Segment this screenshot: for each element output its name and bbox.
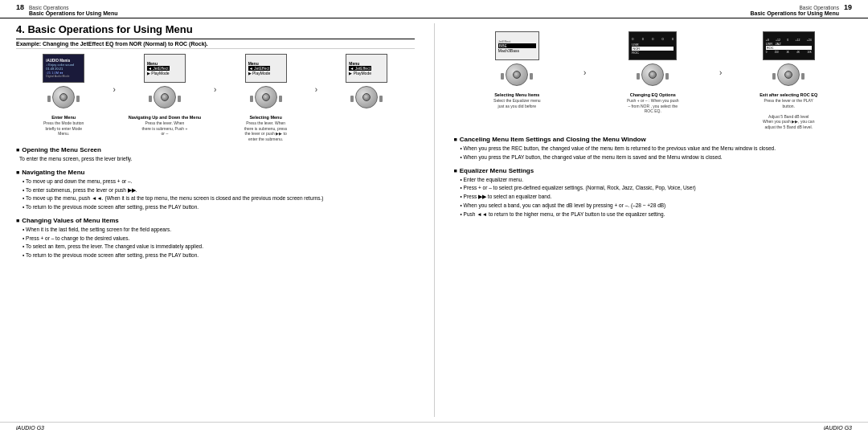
footer-right: iAUDIO G3 xyxy=(824,425,852,431)
device-2 xyxy=(149,86,181,112)
right-column: JetEffect BBE Mach3Bass Selecting Menu I… xyxy=(454,23,853,417)
side-btn-right-6 xyxy=(665,73,669,80)
side-btn-left-4 xyxy=(350,96,354,102)
section-title-navigating: Navigating the Menu xyxy=(16,169,415,176)
subcaption-1: Press the Mode button briefly to enter M… xyxy=(42,121,86,137)
diagram-item-5: JetEffect BBE Mach3Bass Selecting Menu I… xyxy=(454,31,581,108)
page-num-left: 18 xyxy=(16,3,24,11)
example-label: Example: Changing the JetEffect EQ from … xyxy=(16,39,415,49)
caption-7: Exit after selecting ROC EQ xyxy=(760,92,817,97)
device-circle-4 xyxy=(355,86,378,108)
caption-2: Navigating Up and Down the Menu xyxy=(129,115,201,120)
side-btn-left-5 xyxy=(501,73,504,80)
section-title-changing: Changing Values of Menu Items xyxy=(16,217,415,224)
section-equalizer: Equalizer Menu Settings Enter the equali… xyxy=(454,167,853,219)
eq-item-5: Push ◄◄ to return to the higher menu, or… xyxy=(461,210,853,219)
section-body-canceling: When you press the REC button, the chang… xyxy=(454,145,853,161)
diagram-row-left: iAUDIO Mania ♪ Enjoy color sound 01:49 2… xyxy=(16,54,415,141)
side-btn-right-2 xyxy=(178,96,181,102)
screen-7: +8+120+12+24 USR JAZ ROC 02501K4K16K xyxy=(763,31,815,60)
eq-item-2: Press + or – to select pre-defined equal… xyxy=(461,184,853,192)
side-btn-left-2 xyxy=(149,96,152,102)
diagram-item-7: +8+120+12+24 USR JAZ ROC 02501K4K16K xyxy=(725,31,852,129)
side-btn-right-5 xyxy=(530,73,533,80)
header-section-left: Basic Operations xyxy=(29,5,117,10)
screen-4: Menu ◄ JetEffect ▶ PlayMode xyxy=(346,54,387,83)
device-1 xyxy=(47,86,80,112)
subcaption-5: Select the Equalizer menu just as you di… xyxy=(493,98,541,108)
eq-item-1: Enter the equalizer menu. xyxy=(461,176,853,184)
left-column: 4. Basic Operations for Using Menu Examp… xyxy=(16,23,415,417)
screen-3: Menu ◄ JetEffect ▶ PlayMode xyxy=(245,54,287,83)
device-circle-7 xyxy=(777,63,800,86)
side-btn-right-3 xyxy=(279,96,282,102)
header-title-right: Basic Operations for Using Menu xyxy=(751,10,839,16)
subcaption-6: Push + or – : When you push – from NOR ,… xyxy=(627,98,679,114)
device-3 xyxy=(250,86,282,112)
section-navigating: Navigating the Menu To move up and down … xyxy=(16,169,415,212)
side-btn-right-7 xyxy=(801,73,805,80)
arrow-2: › xyxy=(214,85,216,94)
device-circle-5 xyxy=(506,63,528,86)
side-btn-right xyxy=(76,96,80,102)
nav-item-1: To move up and down the menu, press + or… xyxy=(23,178,415,186)
diagram-item-6: 00000 USR NOR ROC xyxy=(589,31,716,114)
section-title-equalizer: Equalizer Menu Settings xyxy=(454,167,853,174)
footer: iAUDIO G3 iAUDIO G3 xyxy=(0,422,868,433)
caption-3: Selecting Menu xyxy=(249,115,281,120)
subcaption-3: Press the lever. When there is submenu, … xyxy=(243,121,289,141)
caption-1: Enter Menu xyxy=(51,115,76,120)
eq-item-4: When you select a band, you can adjust t… xyxy=(461,202,853,210)
caption-6: Changing EQ Options xyxy=(630,92,676,97)
side-btn-left xyxy=(47,96,51,102)
arrow-6: › xyxy=(719,68,722,77)
change-item-4: To return to the previous mode screen af… xyxy=(23,251,415,259)
arrow-3: › xyxy=(315,85,317,94)
device-circle-inner-4 xyxy=(362,93,371,101)
caption-5: Selecting Menu Items xyxy=(494,92,539,97)
cancel-item-2: When you press the PLAY button, the chan… xyxy=(461,153,853,161)
screen-2: Menu ◄ JetEffect ▶ PlayMode xyxy=(144,54,186,83)
screen-6: 00000 USR NOR ROC xyxy=(628,31,677,60)
section-body-equalizer: Enter the equalizer menu. Press + or – t… xyxy=(454,176,853,219)
footer-left: iAUDIO G3 xyxy=(16,425,44,431)
page-container: 18 Basic Operations Basic Operations for… xyxy=(0,0,868,433)
nav-item-4: To return to the previous mode screen af… xyxy=(23,203,415,211)
device-circle-2 xyxy=(154,86,176,108)
device-circle-inner-2 xyxy=(161,93,169,101)
device-circle-inner-6 xyxy=(649,71,657,79)
change-item-1: When it is the last field, the setting s… xyxy=(23,226,415,234)
diagram-item-4: Menu ◄ JetEffect ▶ PlayMode xyxy=(319,54,414,116)
arrow-5: › xyxy=(583,68,586,77)
column-divider xyxy=(434,23,435,417)
device-circle-inner-1 xyxy=(59,93,68,101)
header-right: Basic Operations Basic Operations for Us… xyxy=(751,3,852,16)
section-canceling: Canceling Menu Item Settings and Closing… xyxy=(454,136,853,162)
change-item-2: Press + or – to change to the desired va… xyxy=(23,235,415,243)
header-section-right: Basic Operations xyxy=(751,5,839,10)
device-circle-3 xyxy=(255,86,277,108)
arrow-1: › xyxy=(113,85,115,94)
nav-item-3: To move up the menu, push ◄◄. (When it i… xyxy=(23,194,415,202)
page-title: 4. Basic Operations for Using Menu xyxy=(16,23,415,35)
side-btn-right-4 xyxy=(379,96,383,102)
section-body-navigating: To move up and down the menu, press + or… xyxy=(16,178,415,211)
header-left: 18 Basic Operations Basic Operations for… xyxy=(16,3,117,16)
device-circle-1 xyxy=(52,86,75,108)
device-circle-inner-3 xyxy=(262,93,270,101)
device-circle-inner-7 xyxy=(784,71,792,79)
device-circle-6 xyxy=(641,63,664,86)
subcaption-2: Press the lever. When there is submenu, … xyxy=(141,121,188,137)
side-btn-left-3 xyxy=(250,96,253,102)
device-circle-inner-5 xyxy=(513,71,521,79)
change-item-3: To select an item, press the lever. The … xyxy=(23,243,415,251)
device-6 xyxy=(637,63,669,89)
device-4 xyxy=(350,86,383,112)
device-7 xyxy=(772,63,805,89)
screen-1: iAUDIO Mania ♪ Enjoy color sound 01:49 2… xyxy=(43,54,84,83)
section-opening: Opening the Menu Screen To enter the men… xyxy=(16,146,415,164)
page-num-right: 19 xyxy=(844,3,852,11)
eq-item-3: Press ▶▶ to select an equalizer band. xyxy=(461,193,853,201)
side-btn-left-6 xyxy=(637,73,640,80)
section-body-changing: When it is the last field, the setting s… xyxy=(16,226,415,259)
